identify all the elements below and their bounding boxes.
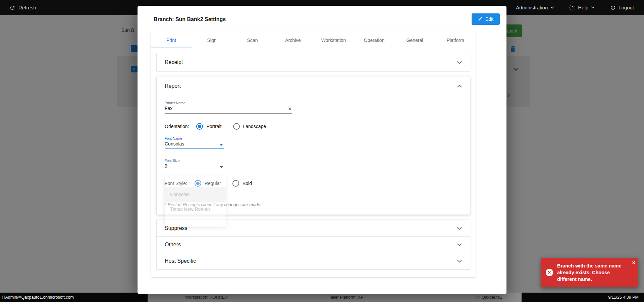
tab-archive[interactable]: Archive (273, 32, 313, 48)
tab-scan[interactable]: Scan (232, 32, 273, 48)
toast-close-icon[interactable]: × (632, 260, 635, 265)
orientation-landscape-label[interactable]: Landscape (243, 124, 266, 129)
font-style-bold-radio[interactable] (232, 180, 239, 187)
font-style-regular-label[interactable]: Regular (205, 181, 221, 186)
orientation-landscape-radio[interactable] (233, 123, 240, 130)
clear-icon[interactable]: × (288, 106, 291, 112)
help-icon: ? (570, 5, 575, 10)
refresh-button[interactable]: Refresh (9, 5, 36, 11)
orientation-portrait-radio[interactable] (196, 123, 203, 130)
tab-workstation[interactable]: Workstation (313, 32, 354, 48)
workstation-status: Workstation: RORRER (185, 293, 228, 302)
others-panel-header[interactable]: Others (157, 236, 470, 253)
font-size-field: Font Size 9 (165, 159, 462, 171)
printer-name-field: Printer Name Fax × (165, 101, 462, 114)
chevron-up-icon (457, 85, 462, 87)
help-label: Help (578, 5, 588, 10)
printer-name-input[interactable]: Fax × (165, 105, 292, 114)
edit-label: Edit (485, 16, 493, 22)
status-bar: FiAdmin@Qaxpauto1.onmicrosoft.com Workst… (0, 293, 644, 302)
report-panel-body: Printer Name Fax × Orientation: Portrait (157, 101, 470, 215)
chevron-down-icon (457, 260, 462, 262)
settings-tabs: Print Sign Scan Archive Workstation Oper… (151, 32, 476, 48)
receipt-panel-title: Receipt (165, 59, 183, 65)
report-panel: Report Printer Name Fax × (156, 76, 470, 215)
chevron-down-icon (591, 6, 595, 9)
tab-platform[interactable]: Platform (435, 32, 476, 48)
orientation-portrait-label[interactable]: Portrait (206, 124, 221, 129)
refresh-icon (9, 5, 15, 11)
tab-operation[interactable]: Operation (354, 32, 394, 48)
font-style-bold-label[interactable]: Bold (243, 181, 252, 186)
report-panel-title: Report (165, 83, 181, 89)
receipt-panel: Receipt (156, 53, 470, 71)
accordion-area: Receipt Report (151, 48, 476, 274)
teller-platform-status: Teller Platform: XP (329, 293, 364, 302)
dialog-title: Branch: Sun Bank2 Settings (154, 16, 226, 22)
error-icon: × (546, 269, 553, 276)
chevron-down-icon (457, 227, 462, 230)
tab-print[interactable]: Print (151, 32, 192, 48)
font-name-value: Consolas (165, 141, 224, 147)
font-style-label: Font Style: (165, 181, 187, 186)
others-panel-title: Others (165, 242, 181, 248)
help-menu[interactable]: ? Help (570, 5, 595, 10)
administration-menu[interactable]: Administration (516, 5, 554, 10)
host-specific-panel-header[interactable]: Host Specific (157, 253, 470, 269)
edit-button[interactable]: Edit (472, 13, 500, 25)
pencil-icon (478, 16, 483, 22)
font-style-row: Font Style: Regular Bold (165, 180, 462, 187)
report-panel-header[interactable]: Report (157, 76, 470, 96)
power-icon (610, 5, 616, 10)
font-size-label: Font Size (165, 159, 462, 163)
suppress-panel-title: Suppress (165, 225, 187, 231)
dropdown-caret-icon (220, 166, 223, 168)
ghost-option-consolas: Consolas (165, 187, 226, 202)
orientation-row: Orientation: Portrait Landscape (165, 123, 462, 130)
refresh-label: Refresh (18, 5, 36, 10)
datetime: 9/11/25 4:39 PM (608, 293, 639, 302)
font-name-label: Font Name (165, 136, 462, 140)
tab-sign[interactable]: Sign (192, 32, 232, 48)
settings-card: Print Sign Scan Archive Workstation Oper… (151, 32, 476, 278)
branch-settings-dialog: Branch: Sun Bank2 Settings Edit Print Si… (138, 6, 506, 294)
font-size-value: 9 (165, 163, 224, 169)
administration-label: Administration (516, 5, 548, 10)
signed-in-user: FiAdmin@Qaxpauto1.onmicrosoft.com (2, 293, 74, 302)
font-name-field: Font Name Consolas (165, 136, 462, 149)
screen: Refresh Administration ? Help Logout (0, 0, 644, 302)
chevron-down-icon (550, 6, 554, 9)
font-style-regular-radio[interactable] (195, 180, 201, 187)
logout-button[interactable]: Logout (610, 5, 634, 10)
top-bar-right: Administration ? Help Logout (516, 0, 634, 15)
logout-label: Logout (619, 5, 634, 10)
chevron-down-icon (457, 243, 462, 246)
tab-general[interactable]: General (394, 32, 435, 48)
receipt-panel-header[interactable]: Receipt (157, 53, 470, 71)
dropdown-caret-icon (220, 144, 223, 146)
orientation-label: Orientation: (165, 124, 189, 129)
error-toast: × Branch with the same name already exis… (541, 258, 638, 287)
fi-status: FI: Qaxpauto1 (476, 293, 502, 302)
toast-message: Branch with the same name already exists… (557, 262, 630, 283)
restart-note: * Restart Receipts client if any changes… (165, 202, 462, 207)
suppress-panel-header[interactable]: Suppress (157, 220, 470, 236)
printer-name-value: Fax (165, 106, 292, 111)
host-specific-panel-title: Host Specific (165, 258, 196, 264)
font-name-select[interactable]: Consolas (165, 140, 224, 149)
font-size-select[interactable]: 9 (165, 163, 224, 171)
collapsed-panels-stack: Suppress Others Host Specific (156, 220, 470, 269)
printer-name-label: Printer Name (165, 101, 462, 105)
chevron-down-icon (457, 61, 462, 64)
